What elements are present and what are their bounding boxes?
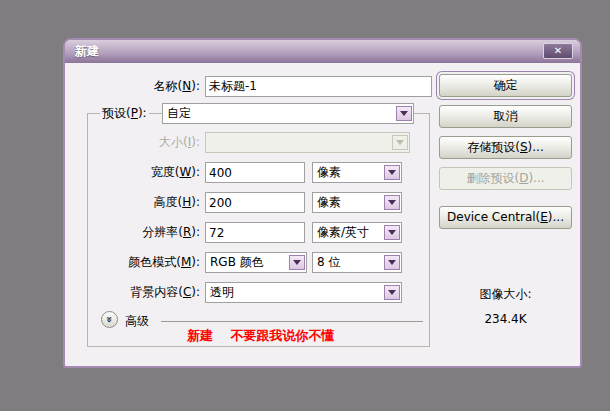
chevron-down-icon[interactable] xyxy=(384,255,400,270)
advanced-expander-button[interactable]: » xyxy=(101,311,118,328)
color-mode-select[interactable]: RGB 颜色 xyxy=(205,252,307,273)
color-mode-label: 颜色模式(M): xyxy=(65,252,200,273)
red-annotation-text: 新建 不要跟我说你不懂 xyxy=(187,327,335,345)
chevron-down-icon[interactable] xyxy=(289,255,305,270)
chevron-down-icon[interactable] xyxy=(384,165,400,180)
dialog-titlebar[interactable]: 新建 xyxy=(65,40,580,63)
chevron-down-icon[interactable] xyxy=(384,225,400,240)
new-document-dialog: 新建 ✕ 名称(N): 预设(P): 自定 大小(I): 宽度(W): 像素 高… xyxy=(63,38,582,368)
background-label: 背景内容(C): xyxy=(65,282,200,303)
image-size-value: 234.4K xyxy=(439,312,572,326)
chevron-down-icon[interactable] xyxy=(396,106,412,121)
device-central-button[interactable]: Device Central(E)... xyxy=(439,206,572,229)
width-input[interactable] xyxy=(205,162,305,183)
close-icon[interactable]: ✕ xyxy=(543,43,573,59)
save-preset-button[interactable]: 存储预设(S)... xyxy=(439,136,572,159)
name-label: 名称(N): xyxy=(65,76,200,97)
advanced-divider xyxy=(161,321,423,322)
background-select[interactable]: 透明 xyxy=(205,282,402,303)
resolution-label: 分辨率(R): xyxy=(65,222,200,243)
ok-button[interactable]: 确定 xyxy=(439,74,572,97)
dialog-title: 新建 xyxy=(75,43,99,60)
size-select xyxy=(205,132,410,153)
preset-label: 预设(P): xyxy=(100,103,149,124)
preset-select[interactable]: 自定 xyxy=(162,103,414,124)
image-size-label: 图像大小: xyxy=(439,286,572,303)
size-label: 大小(I): xyxy=(65,132,200,153)
chevron-down-icon[interactable] xyxy=(384,195,400,210)
height-label: 高度(H): xyxy=(65,192,200,213)
bit-depth-select[interactable]: 8 位 xyxy=(312,252,402,273)
chevron-down-icon xyxy=(392,135,408,150)
advanced-label: 高级 xyxy=(125,313,149,330)
resolution-unit-select[interactable]: 像素/英寸 xyxy=(312,222,402,243)
resolution-input[interactable] xyxy=(205,222,305,243)
name-input[interactable] xyxy=(205,76,432,97)
width-label: 宽度(W): xyxy=(65,162,200,183)
cancel-button[interactable]: 取消 xyxy=(439,105,572,128)
delete-preset-button: 删除预设(D)... xyxy=(439,167,572,190)
height-unit-select[interactable]: 像素 xyxy=(312,192,402,213)
chevron-down-icon[interactable] xyxy=(384,285,400,300)
height-input[interactable] xyxy=(205,192,305,213)
double-chevron-down-icon: » xyxy=(104,315,115,322)
width-unit-select[interactable]: 像素 xyxy=(312,162,402,183)
